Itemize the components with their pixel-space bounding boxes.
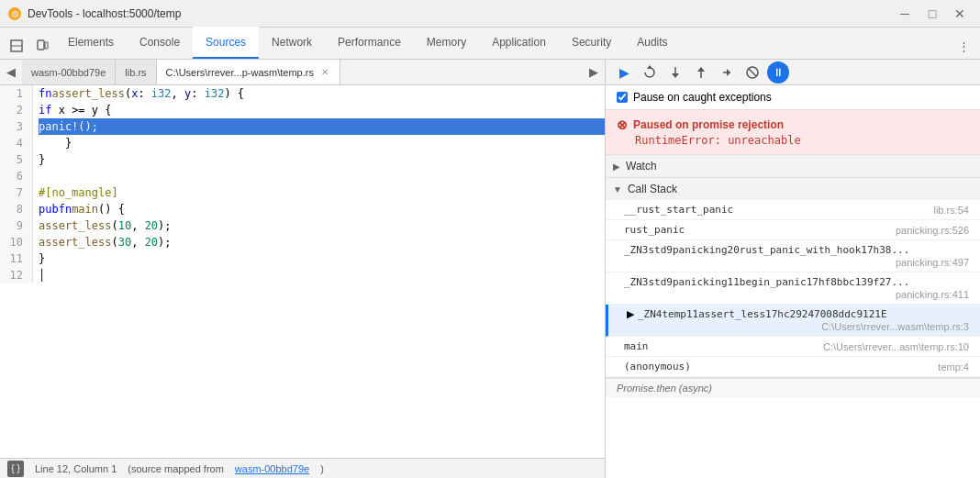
inspect-element-button[interactable] — [4, 33, 29, 59]
close-button[interactable]: ✕ — [947, 5, 973, 23]
device-toolbar-button[interactable] — [29, 33, 55, 59]
code-line-3: panic!(); — [39, 118, 605, 135]
error-section: ⊗ Paused on promise rejection RuntimeErr… — [606, 110, 980, 155]
call-stack-item-0[interactable]: __rust_start_panic lib.rs:54 — [606, 200, 980, 220]
maximize-button[interactable]: □ — [919, 5, 945, 23]
svg-marker-6 — [647, 65, 652, 69]
right-panel-content: Pause on caught exceptions ⊗ Paused on p… — [606, 85, 980, 478]
cs-file-1: panicking.rs:526 — [896, 225, 969, 236]
minimize-button[interactable]: ─ — [892, 5, 918, 23]
main-area: ◀ wasm-00bbd79e lib.rs C:\Users\rrever..… — [0, 60, 980, 478]
cs-file-3: panicking.rs:411 — [624, 289, 969, 300]
cs-fn-3: _ZN3std9panicking11begin_panic17hf8bbc13… — [624, 276, 969, 288]
line-num-7: 7 — [0, 184, 27, 201]
debug-toolbar: ▶ ⏸ — [606, 60, 980, 85]
filetab-librs[interactable]: lib.rs — [116, 60, 156, 85]
cs-file-2: panicking.rs:497 — [624, 257, 969, 268]
filetab-temprs-label: C:\Users\rrever...p-wasm\temp.rs — [166, 67, 314, 78]
call-stack-item-1[interactable]: rust_panic panicking.rs:526 — [606, 220, 980, 240]
code-line-6 — [39, 168, 605, 184]
line-num-2: 2 — [0, 102, 27, 118]
watch-section-header[interactable]: ▶ Watch — [606, 155, 980, 177]
statusbar: { } Line 12, Column 1 (source mapped fro… — [0, 458, 605, 478]
tab-sources[interactable]: Sources — [193, 27, 259, 59]
code-line-9: assert_less(10, 20); — [39, 217, 605, 234]
code-text: fn assert_less(x: i32, y: i32) { if x >=… — [33, 85, 605, 283]
tab-console[interactable]: Console — [127, 27, 193, 59]
code-line-4: } — [39, 135, 605, 151]
tab-audits[interactable]: Audits — [624, 27, 680, 59]
format-button[interactable]: { } — [7, 461, 24, 477]
nav-more-area: ⋮ — [951, 33, 976, 59]
file-tabs-bar: ◀ wasm-00bbd79e lib.rs C:\Users\rrever..… — [0, 60, 605, 85]
more-tools-button[interactable]: ⋮ — [951, 33, 976, 59]
line-num-5: 5 — [0, 151, 27, 168]
filetab-librs-label: lib.rs — [125, 67, 146, 78]
code-line-10: assert_less(30, 20); — [39, 234, 605, 250]
source-map-end: ) — [320, 463, 324, 474]
line-num-1: 1 — [0, 85, 27, 102]
svg-marker-12 — [727, 69, 730, 76]
titlebar-title: DevTools - localhost:5000/temp — [28, 7, 892, 20]
call-stack-chevron-icon: ▼ — [613, 184, 622, 195]
code-line-11: } — [39, 250, 605, 267]
filetab-wasm-label: wasm-00bbd79e — [31, 67, 106, 78]
titlebar: ⚙ DevTools - localhost:5000/temp ─ □ ✕ — [0, 0, 980, 28]
call-stack-list: __rust_start_panic lib.rs:54 rust_panic … — [606, 200, 980, 377]
step-out-button[interactable] — [690, 61, 712, 83]
tab-application[interactable]: Application — [479, 27, 559, 59]
cs-fn-6: (anonymous) — [624, 361, 691, 372]
cs-file-0: lib.rs:54 — [933, 205, 969, 216]
tab-network[interactable]: Network — [259, 27, 325, 59]
call-stack-section-header[interactable]: ▼ Call Stack — [606, 178, 980, 200]
back-file-button[interactable]: ◀ — [0, 60, 22, 85]
tab-elements[interactable]: Elements — [55, 27, 127, 59]
code-editor[interactable]: 1 2 3 4 5 6 7 8 9 10 11 12 fn assert_les… — [0, 85, 605, 458]
code-line-2: if x >= y { — [39, 102, 605, 118]
watch-section: ▶ Watch — [606, 155, 980, 178]
call-stack-item-3[interactable]: _ZN3std9panicking11begin_panic17hf8bbc13… — [606, 272, 980, 305]
call-stack-section: ▼ Call Stack __rust_start_panic lib.rs:5… — [606, 178, 980, 378]
pause-caught-checkbox[interactable] — [617, 92, 628, 103]
promise-async-text: Promise.then (async) — [617, 383, 712, 394]
step-into-button[interactable] — [664, 61, 686, 83]
svg-marker-8 — [672, 73, 679, 78]
cs-fn-0: __rust_start_panic — [624, 204, 733, 216]
filetab-temprs[interactable]: C:\Users\rrever...p-wasm\temp.rs ✕ — [157, 60, 340, 85]
tab-memory[interactable]: Memory — [414, 27, 479, 59]
pause-on-exceptions-button[interactable]: ⏸ — [767, 61, 789, 83]
titlebar-controls: ─ □ ✕ — [892, 5, 973, 23]
svg-rect-5 — [45, 42, 48, 49]
line-num-6: 6 — [0, 168, 27, 184]
cs-file-5: C:\Users\rrever...asm\temp.rs:10 — [823, 341, 969, 352]
call-stack-item-5[interactable]: main C:\Users\rrever...asm\temp.rs:10 — [606, 337, 980, 357]
code-line-12: │ — [39, 267, 605, 283]
filetab-close-icon[interactable]: ✕ — [319, 66, 330, 78]
error-detail-text: RuntimeError: unreachable — [617, 134, 969, 147]
tab-security[interactable]: Security — [559, 27, 624, 59]
line-num-10: 10 — [0, 234, 27, 250]
line-num-12: 12 — [0, 267, 27, 283]
cs-fn-4: _ZN4temp11assert_less17hc29247008ddc9121… — [638, 308, 887, 320]
deactivate-breakpoints-button[interactable] — [741, 61, 763, 83]
step-over-button[interactable] — [639, 61, 661, 83]
resume-button[interactable]: ▶ — [613, 61, 635, 83]
call-stack-item-2[interactable]: _ZN3std9panicking20rust_panic_with_hook1… — [606, 240, 980, 272]
tab-performance[interactable]: Performance — [325, 27, 414, 59]
cs-fn-1: rust_panic — [624, 224, 685, 236]
left-panel: ◀ wasm-00bbd79e lib.rs C:\Users\rrever..… — [0, 60, 606, 478]
code-line-8: pub fn main() { — [39, 201, 605, 217]
pause-caught-label[interactable]: Pause on caught exceptions — [617, 91, 772, 104]
line-num-8: 8 — [0, 201, 27, 217]
source-map-link[interactable]: wasm-00bbd79e — [235, 463, 309, 474]
step-button[interactable] — [716, 61, 738, 83]
add-file-button[interactable]: ▶ — [583, 60, 605, 85]
line-num-9: 9 — [0, 217, 27, 234]
filetab-wasm[interactable]: wasm-00bbd79e — [22, 60, 116, 85]
call-stack-item-4-current[interactable]: ▶ _ZN4temp11assert_less17hc29247008ddc91… — [606, 305, 980, 337]
devtools-icon: ⚙ — [7, 6, 22, 21]
error-title-text: Paused on promise rejection — [633, 118, 784, 131]
call-stack-item-6[interactable]: (anonymous) temp:4 — [606, 357, 980, 377]
line-num-4: 4 — [0, 135, 27, 151]
error-icon: ⊗ — [617, 117, 628, 132]
